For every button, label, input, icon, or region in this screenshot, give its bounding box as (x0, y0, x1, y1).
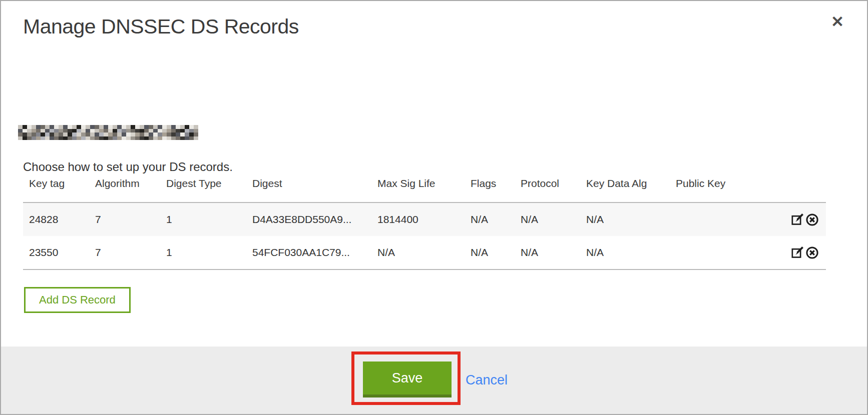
dialog-footer: Save Cancel (1, 346, 867, 414)
cell-actions (774, 236, 826, 270)
close-button[interactable]: ✕ (830, 13, 845, 30)
circle-x-icon (805, 254, 819, 261)
cell-digest: D4A33E8DD550A9... (246, 202, 371, 236)
cell-flags: N/A (465, 202, 515, 236)
table-header-row: Key tag Algorithm Digest Type Digest Max… (23, 177, 826, 202)
cancel-link[interactable]: Cancel (466, 372, 508, 388)
column-header-digest: Digest (246, 177, 371, 202)
dnssec-ds-records-dialog: Manage DNSSEC DS Records ✕ Choose how to… (0, 0, 868, 415)
column-header-max-sig-life: Max Sig Life (371, 177, 465, 202)
delete-record-button[interactable] (805, 246, 819, 260)
column-header-actions (774, 177, 826, 202)
annotation-highlight-box: Save (351, 352, 461, 405)
cell-max-sig-life: N/A (371, 236, 465, 270)
delete-record-button[interactable] (805, 213, 819, 226)
circle-x-icon (805, 220, 819, 228)
page-title: Manage DNSSEC DS Records (23, 15, 299, 38)
cell-algorithm: 7 (89, 202, 160, 236)
edit-record-button[interactable] (791, 213, 804, 226)
column-header-key-tag: Key tag (23, 177, 89, 202)
cell-protocol: N/A (515, 202, 580, 236)
column-header-digest-type: Digest Type (160, 177, 246, 202)
cell-protocol: N/A (515, 236, 580, 270)
cell-max-sig-life: 1814400 (371, 202, 465, 236)
cell-digest: 54FCF030AA1C79... (246, 236, 371, 270)
column-header-protocol: Protocol (515, 177, 580, 202)
cell-digest-type: 1 (160, 202, 246, 236)
column-header-flags: Flags (465, 177, 515, 202)
cell-digest-type: 1 (160, 236, 246, 270)
add-ds-record-button[interactable]: Add DS Record (24, 287, 131, 313)
column-header-public-key: Public Key (670, 177, 774, 202)
cell-key-tag: 23550 (23, 236, 89, 270)
save-button[interactable]: Save (363, 362, 452, 398)
column-header-algorithm: Algorithm (89, 177, 160, 202)
redacted-domain-name (18, 125, 198, 140)
cell-actions (774, 202, 826, 236)
intro-text: Choose how to set up your DS records. (23, 160, 233, 174)
ds-records-table-container: Key tag Algorithm Digest Type Digest Max… (23, 177, 826, 270)
column-header-key-data-alg: Key Data Alg (580, 177, 670, 202)
cell-algorithm: 7 (89, 236, 160, 270)
edit-record-button[interactable] (791, 246, 804, 260)
edit-icon (791, 254, 804, 261)
cell-key-data-alg: N/A (580, 202, 670, 236)
cell-public-key (670, 202, 774, 236)
table-row: 24828 7 1 D4A33E8DD550A9... 1814400 N/A … (23, 202, 826, 236)
ds-records-table: Key tag Algorithm Digest Type Digest Max… (23, 177, 826, 270)
cell-flags: N/A (465, 236, 515, 270)
edit-icon (791, 220, 804, 228)
cell-key-tag: 24828 (23, 202, 89, 236)
close-icon: ✕ (831, 13, 844, 30)
cell-key-data-alg: N/A (580, 236, 670, 270)
cell-public-key (670, 236, 774, 270)
table-row: 23550 7 1 54FCF030AA1C79... N/A N/A N/A … (23, 236, 826, 270)
